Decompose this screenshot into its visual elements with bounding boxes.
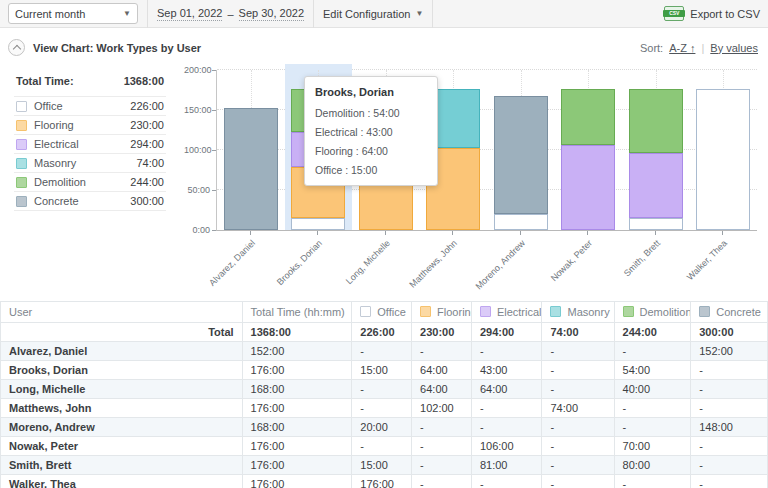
- value-cell: 176:00: [242, 399, 352, 418]
- tooltip-title: Brooks, Dorian: [315, 86, 427, 98]
- value-cell: -: [542, 342, 614, 361]
- value-cell: 106:00: [471, 437, 542, 456]
- sort-by-values-link[interactable]: By values: [710, 42, 758, 54]
- period-select[interactable]: Current month ▼: [8, 3, 138, 24]
- value-cell: -: [614, 399, 691, 418]
- value-cell: 80:00: [614, 456, 691, 475]
- y-axis-tick-label: 200:00: [184, 65, 210, 75]
- toolbar-divider: [313, 0, 314, 28]
- collapse-chart-button[interactable]: [8, 39, 25, 56]
- sort-controls: Sort: A-Z ↑ | By values: [640, 42, 758, 54]
- value-cell: 176:00: [242, 475, 352, 488]
- electrical-swatch-icon: [480, 306, 491, 317]
- legend-item-label: Electrical: [34, 138, 79, 150]
- value-cell: -: [542, 437, 614, 456]
- total-row-value: 226:00: [352, 323, 412, 342]
- chart-legend: Total Time: 1368:00 Office226:00Flooring…: [14, 72, 166, 292]
- table-row-alvarez-daniel: Alvarez, Daniel152:00-----152:00: [1, 342, 768, 361]
- value-cell: -: [691, 456, 768, 475]
- masonry-swatch-icon: [550, 306, 561, 317]
- value-cell: 176:00: [242, 437, 352, 456]
- legend-item-value: 230:00: [130, 119, 164, 131]
- legend-total-row: Total Time: 1368:00: [14, 72, 166, 96]
- value-cell: -: [471, 418, 542, 437]
- value-cell: -: [412, 418, 472, 437]
- chevron-up-icon: [12, 44, 20, 52]
- value-cell: -: [691, 399, 768, 418]
- date-end[interactable]: Sep 30, 2022: [239, 7, 304, 21]
- y-axis-tick-label: 150:00: [184, 105, 210, 115]
- csv-file-icon: CSV: [664, 6, 684, 21]
- chevron-down-icon: ▼: [123, 9, 131, 18]
- section-title: View Chart: Work Types by User: [33, 42, 201, 54]
- sort-az-link[interactable]: A-Z ↑: [669, 42, 695, 54]
- column-header-concrete: Concrete: [691, 302, 768, 323]
- y-axis-tick: [212, 190, 216, 191]
- table-total-row: Total1368:00226:00230:00294:0074:00244:0…: [1, 323, 768, 342]
- value-cell: -: [352, 399, 412, 418]
- value-cell: 152:00: [691, 342, 768, 361]
- legend-item-demolition: Demolition244:00: [14, 172, 166, 191]
- value-cell: -: [542, 380, 614, 399]
- demolition-swatch-icon: [16, 177, 27, 188]
- user-name-cell: Matthews, John: [1, 399, 243, 418]
- bar-nowak-peter[interactable]: [561, 89, 615, 230]
- legend-item-label: Masonry: [34, 157, 76, 169]
- table-row-brooks-dorian: Brooks, Dorian176:0015:0064:0043:00-54:0…: [1, 361, 768, 380]
- table-row-long-michelle: Long, Michelle168:00-64:0064:00-40:00-: [1, 380, 768, 399]
- bar-segment-electrical: [561, 145, 615, 230]
- total-row-value: 294:00: [471, 323, 542, 342]
- bar-segment-office: [494, 214, 548, 230]
- table-row-matthews-john: Matthews, John176:00-102:00-74:00--: [1, 399, 768, 418]
- user-name-cell: Alvarez, Daniel: [1, 342, 243, 361]
- office-swatch-icon: [360, 306, 371, 317]
- value-cell: 102:00: [412, 399, 472, 418]
- date-start[interactable]: Sep 01, 2022: [157, 7, 222, 21]
- value-cell: -: [691, 361, 768, 380]
- bar-moreno-andrew[interactable]: [494, 96, 548, 230]
- legend-item-office: Office226:00: [14, 96, 166, 115]
- tooltip-line: Flooring : 64:00: [315, 145, 427, 157]
- y-axis-tick-label: 100:00: [184, 145, 210, 155]
- total-row-value: 1368:00: [242, 323, 352, 342]
- legend-item-value: 226:00: [130, 100, 164, 112]
- value-cell: 176:00: [242, 456, 352, 475]
- legend-item-label: Concrete: [34, 195, 79, 207]
- table-row-nowak-peter: Nowak, Peter176:00--106:00-70:00-: [1, 437, 768, 456]
- value-cell: 148:00: [691, 418, 768, 437]
- value-cell: -: [471, 475, 542, 488]
- export-csv-button[interactable]: CSV Export to CSV: [664, 6, 760, 21]
- legend-item-flooring: Flooring230:00: [14, 115, 166, 134]
- chart-tooltip: Brooks, Dorian Demolition : 54:00Electri…: [304, 76, 438, 186]
- masonry-swatch-icon: [16, 158, 27, 169]
- edit-configuration-button[interactable]: Edit Configuration ▼: [323, 8, 423, 20]
- value-cell: -: [691, 380, 768, 399]
- bar-segment-office: [291, 218, 345, 230]
- bar-smith-brett[interactable]: [629, 89, 683, 230]
- x-axis-tick: [722, 231, 723, 235]
- report-page: Current month ▼ Sep 01, 2022 – Sep 30, 2…: [0, 0, 768, 488]
- bar-segment-flooring: [359, 179, 413, 230]
- column-header-user: User: [1, 302, 243, 323]
- value-cell: -: [542, 456, 614, 475]
- chevron-down-icon: ▼: [415, 9, 423, 18]
- tooltip-line: Office : 15:00: [315, 164, 427, 176]
- bar-walker-thea[interactable]: [696, 89, 750, 230]
- value-cell: 15:00: [352, 361, 412, 380]
- value-cell: 64:00: [471, 380, 542, 399]
- value-cell: 152:00: [242, 342, 352, 361]
- x-axis-tick: [250, 231, 251, 235]
- value-cell: -: [542, 418, 614, 437]
- legend-item-masonry: Masonry74:00: [14, 153, 166, 172]
- period-select-value: Current month: [15, 8, 85, 20]
- value-cell: 70:00: [614, 437, 691, 456]
- date-range-picker[interactable]: Sep 01, 2022 – Sep 30, 2022: [157, 7, 304, 21]
- value-cell: 168:00: [242, 380, 352, 399]
- value-cell: -: [691, 437, 768, 456]
- table-row-moreno-andrew: Moreno, Andrew168:0020:00----148:00: [1, 418, 768, 437]
- value-cell: -: [542, 361, 614, 380]
- bar-alvarez-daniel[interactable]: [224, 108, 278, 230]
- total-row-value: 230:00: [412, 323, 472, 342]
- value-cell: 64:00: [412, 380, 472, 399]
- value-cell: 20:00: [352, 418, 412, 437]
